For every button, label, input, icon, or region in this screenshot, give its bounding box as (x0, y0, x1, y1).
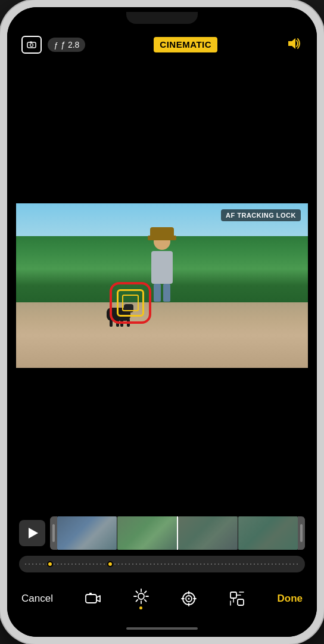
svg-line-14 (145, 591, 147, 593)
person-leg-right (163, 284, 170, 302)
home-indicator (126, 627, 198, 630)
video-frame: AF TRACKING LOCK (16, 203, 308, 368)
play-button[interactable] (19, 520, 45, 546)
ground-layer (16, 302, 308, 368)
brightness-dot (139, 606, 142, 609)
svg-line-12 (136, 591, 138, 593)
video-spacer-top (7, 58, 317, 203)
filmstrip-bracket-left (50, 516, 57, 550)
svg-line-13 (145, 599, 147, 601)
play-icon (29, 528, 38, 538)
focus-track-bar[interactable] (19, 556, 305, 572)
top-left-controls: ƒ ƒ 2.8 (21, 36, 85, 54)
yellow-focus-square-inner (122, 295, 139, 311)
svg-rect-6 (89, 593, 92, 595)
focus-indicator[interactable] (110, 282, 151, 324)
transform-icon (229, 591, 245, 606)
notch-bar (7, 7, 317, 31)
svg-rect-2 (30, 42, 32, 44)
filmstrip-frame-2 (117, 516, 177, 550)
person-hat (150, 227, 174, 238)
speaker-icon (286, 36, 303, 51)
aperture-badge[interactable]: ƒ ƒ 2.8 (48, 38, 85, 52)
brightness-icon (133, 589, 149, 604)
svg-rect-0 (27, 42, 36, 48)
filmstrip-bracket-right (298, 516, 305, 550)
speaker-button[interactable] (286, 36, 303, 53)
focus-target-icon (181, 591, 197, 606)
aperture-value: ƒ 2.8 (61, 40, 79, 49)
done-button[interactable]: Done (278, 593, 303, 605)
timeline-row (19, 513, 305, 553)
svg-line-15 (136, 599, 138, 601)
brightness-button[interactable] (133, 589, 149, 609)
svg-point-18 (188, 598, 190, 600)
cinematic-badge[interactable]: CINEMATIC (154, 37, 217, 52)
timeline-section (7, 513, 317, 577)
bracket-handle-left (52, 524, 55, 542)
cancel-button[interactable]: Cancel (21, 593, 53, 605)
filmstrip-frame-4 (238, 516, 298, 550)
camera-record-button[interactable] (85, 592, 101, 605)
svg-point-7 (138, 593, 144, 599)
playhead (177, 516, 178, 550)
focus-target-button[interactable] (181, 591, 197, 606)
person-head (154, 233, 170, 250)
transform-button[interactable] (229, 591, 245, 606)
top-controls-bar: ƒ ƒ 2.8 CINEMATIC (7, 31, 317, 58)
person-leg-left (154, 284, 161, 302)
video-preview[interactable]: AF TRACKING LOCK (16, 203, 308, 368)
filmstrip-frame-3 (178, 516, 238, 550)
notch (126, 12, 198, 24)
focus-track-dots (25, 564, 299, 565)
af-tracking-label: AF TRACKING LOCK (221, 209, 301, 221)
camera-record-icon (85, 592, 101, 605)
phone-screen: ƒ ƒ 2.8 CINEMATIC (7, 7, 317, 637)
filmstrip[interactable] (50, 516, 305, 550)
person-body (151, 251, 173, 284)
camera-icon[interactable] (21, 36, 42, 54)
focus-track-point-1[interactable] (47, 561, 53, 567)
svg-rect-23 (230, 592, 236, 598)
camera-svg (27, 41, 36, 48)
svg-rect-24 (238, 599, 244, 605)
cinematic-label: CINEMATIC (160, 39, 211, 49)
video-spacer-bottom (7, 368, 317, 513)
filmstrip-frame-1 (57, 516, 117, 550)
svg-rect-4 (86, 595, 96, 603)
svg-point-1 (30, 44, 33, 47)
home-bar (7, 620, 317, 637)
bracket-handle-right (300, 524, 303, 542)
svg-marker-3 (288, 38, 295, 49)
aperture-f-symbol: ƒ (54, 41, 58, 49)
phone-shell: ƒ ƒ 2.8 CINEMATIC (0, 0, 324, 644)
bottom-toolbar: Cancel (7, 577, 317, 620)
focus-track-point-2[interactable] (107, 561, 113, 567)
